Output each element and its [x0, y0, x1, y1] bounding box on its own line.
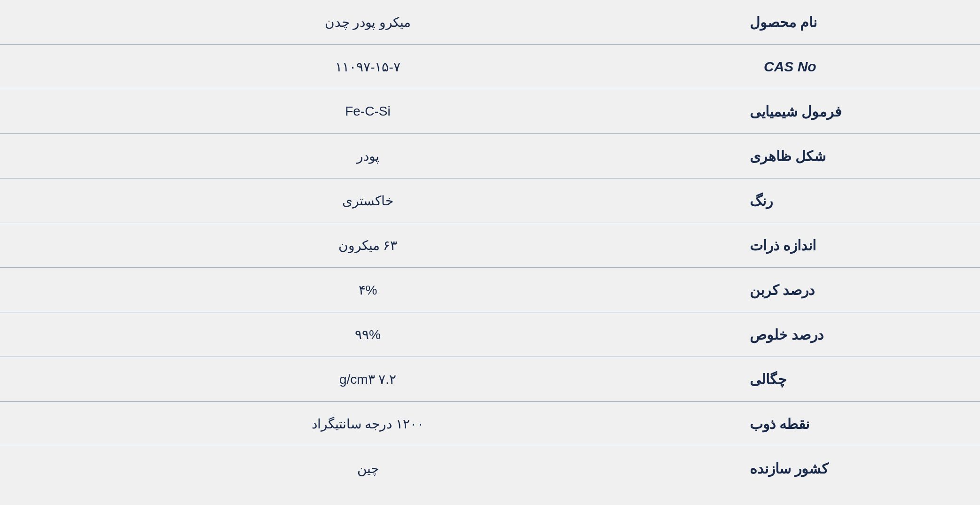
value-manufacturer-country: چین — [0, 451, 736, 487]
label-particle-size: اندازه ذرات — [736, 227, 980, 264]
label-appearance: شکل ظاهری — [736, 138, 980, 175]
label-color: رنگ — [736, 182, 980, 219]
value-carbon-percent: ۴% — [0, 272, 736, 308]
label-product-name: نام محصول — [736, 4, 980, 41]
table-row: اندازه ذرات۶۳ میکرون — [0, 223, 980, 268]
table-row: چگالیg/cm۳ ۷.۲ — [0, 357, 980, 402]
label-density: چگالی — [736, 361, 980, 398]
label-chemical-formula: فرمول شیمیایی — [736, 93, 980, 130]
label-carbon-percent: درصد کربن — [736, 272, 980, 309]
table-row: درصد کربن۴% — [0, 268, 980, 312]
value-product-name: میکرو پودر چدن — [0, 4, 736, 40]
value-density: g/cm۳ ۷.۲ — [0, 361, 736, 397]
table-row: رنگخاکستری — [0, 179, 980, 223]
table-row: درصد خلوص۹۹% — [0, 312, 980, 357]
value-appearance: پودر — [0, 138, 736, 174]
product-info-table: نام محصولمیکرو پودر چدنCAS No۱۱۰۹۷-۱۵-۷ف… — [0, 0, 980, 491]
value-melting-point: ۱۲۰۰ درجه سانتیگراد — [0, 406, 736, 442]
value-cas-no: ۱۱۰۹۷-۱۵-۷ — [0, 49, 736, 85]
table-row: نام محصولمیکرو پودر چدن — [0, 0, 980, 45]
value-chemical-formula: Fe-C-Si — [0, 93, 736, 129]
label-purity-percent: درصد خلوص — [736, 316, 980, 353]
label-manufacturer-country: کشور سازنده — [736, 450, 980, 487]
value-color: خاکستری — [0, 183, 736, 219]
table-row: CAS No۱۱۰۹۷-۱۵-۷ — [0, 45, 980, 89]
value-particle-size: ۶۳ میکرون — [0, 227, 736, 264]
table-row: فرمول شیمیاییFe-C-Si — [0, 89, 980, 134]
table-row: شکل ظاهریپودر — [0, 134, 980, 179]
label-cas-no: CAS No — [736, 48, 980, 85]
table-row: نقطه ذوب۱۲۰۰ درجه سانتیگراد — [0, 402, 980, 446]
value-purity-percent: ۹۹% — [0, 317, 736, 353]
table-row: کشور سازندهچین — [0, 446, 980, 491]
label-melting-point: نقطه ذوب — [736, 405, 980, 443]
